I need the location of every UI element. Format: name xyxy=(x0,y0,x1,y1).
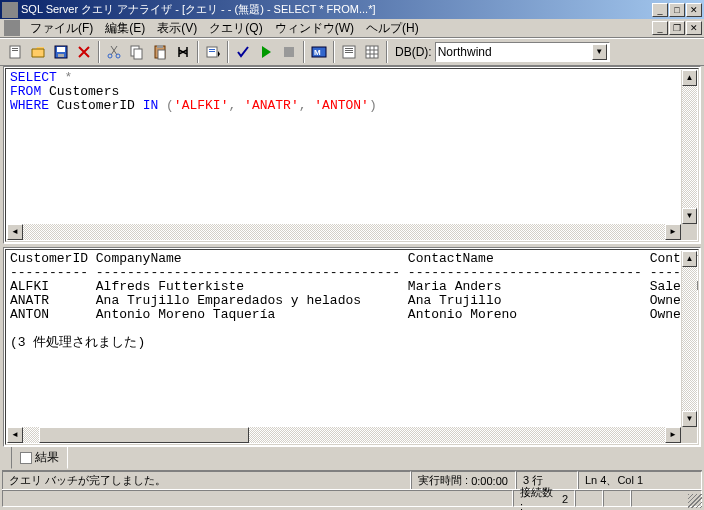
dropdown-icon[interactable]: ▼ xyxy=(592,44,607,60)
show-plan-button[interactable]: M xyxy=(308,41,330,63)
svg-rect-22 xyxy=(345,52,353,53)
minimize-button[interactable]: _ xyxy=(652,3,668,17)
mdi-minimize-button[interactable]: _ xyxy=(652,21,668,35)
paste-button[interactable] xyxy=(149,41,171,63)
query-editor[interactable]: SELECT * FROM Customers WHERE CustomerID… xyxy=(6,69,698,115)
status-cursor: Ln 4、Col 1 xyxy=(578,471,702,490)
menu-help[interactable]: ヘルプ(H) xyxy=(360,18,425,39)
find-button[interactable] xyxy=(172,41,194,63)
svg-rect-0 xyxy=(10,46,20,58)
titlebar: SQL Server クエリ アナライザ - [クエリ - - (無題) - S… xyxy=(0,0,704,19)
maximize-button[interactable]: □ xyxy=(669,3,685,17)
new-query-button[interactable] xyxy=(4,41,26,63)
stop-button[interactable] xyxy=(278,41,300,63)
svg-rect-21 xyxy=(345,50,353,51)
results-tabstrip: 結果 xyxy=(3,448,701,470)
results-tab-icon xyxy=(20,452,32,464)
results-text[interactable]: CustomerID CompanyName ContactName Conta… xyxy=(6,250,698,352)
close-button[interactable]: ✕ xyxy=(686,3,702,17)
save-button[interactable] xyxy=(50,41,72,63)
menu-view[interactable]: 表示(V) xyxy=(151,18,203,39)
svg-rect-23 xyxy=(366,46,378,58)
app-icon xyxy=(2,2,18,18)
svg-rect-9 xyxy=(134,49,142,59)
mdi-close-button[interactable]: ✕ xyxy=(686,21,702,35)
menu-edit[interactable]: 編集(E) xyxy=(99,18,151,39)
results-hscroll[interactable]: ◄► xyxy=(7,427,681,443)
results-vscroll[interactable]: ▲▼ xyxy=(681,251,697,427)
svg-rect-11 xyxy=(157,45,163,48)
svg-rect-14 xyxy=(209,49,215,50)
resize-grip[interactable] xyxy=(688,494,702,508)
delete-button[interactable] xyxy=(73,41,95,63)
cut-button[interactable] xyxy=(103,41,125,63)
menu-query[interactable]: クエリ(Q) xyxy=(203,18,268,39)
svg-rect-2 xyxy=(12,50,18,51)
copy-button[interactable] xyxy=(126,41,148,63)
parse-button[interactable] xyxy=(232,41,254,63)
db-label: DB(D): xyxy=(395,45,432,59)
query-editor-pane: SELECT * FROM Customers WHERE CustomerID… xyxy=(3,66,701,244)
results-pane: CustomerID CompanyName ContactName Conta… xyxy=(3,247,701,447)
menu-file[interactable]: ファイル(F) xyxy=(24,18,99,39)
statusbar-2: 接続数 : 2 xyxy=(2,489,702,508)
mdi-icon xyxy=(4,20,20,36)
mdi-restore-button[interactable]: ❐ xyxy=(669,21,685,35)
editor-hscroll[interactable]: ◄► xyxy=(7,224,681,240)
svg-rect-20 xyxy=(345,48,353,49)
status2-blank xyxy=(2,490,513,507)
execute-button[interactable] xyxy=(255,41,277,63)
results-grid-button[interactable] xyxy=(361,41,383,63)
status-exectime: 実行時間 : 0:00:00 xyxy=(411,471,516,490)
editor-vscroll[interactable]: ▲▼ xyxy=(681,70,697,224)
results-text-button[interactable] xyxy=(338,41,360,63)
tab-results[interactable]: 結果 xyxy=(11,447,68,469)
svg-text:M: M xyxy=(314,48,321,57)
status-connections: 接続数 : 2 xyxy=(513,490,575,507)
svg-rect-1 xyxy=(12,48,18,49)
mode-button[interactable] xyxy=(202,41,224,63)
menu-window[interactable]: ウィンドウ(W) xyxy=(269,18,360,39)
toolbar: M DB(D): Northwind ▼ xyxy=(0,38,704,66)
svg-rect-12 xyxy=(158,50,165,59)
svg-rect-16 xyxy=(284,47,294,57)
status-message: クエリ バッチが完了しました。 xyxy=(2,471,411,490)
svg-point-6 xyxy=(108,54,112,58)
svg-rect-15 xyxy=(209,51,215,52)
svg-rect-5 xyxy=(58,54,64,57)
open-button[interactable] xyxy=(27,41,49,63)
db-select[interactable]: Northwind ▼ xyxy=(435,42,610,62)
statusbar: クエリ バッチが完了しました。 実行時間 : 0:00:00 3 行 Ln 4、… xyxy=(2,470,702,489)
window-title: SQL Server クエリ アナライザ - [クエリ - - (無題) - S… xyxy=(21,2,652,17)
menubar: ファイル(F) 編集(E) 表示(V) クエリ(Q) ウィンドウ(W) ヘルプ(… xyxy=(0,19,704,38)
db-value: Northwind xyxy=(438,45,592,59)
svg-point-7 xyxy=(116,54,120,58)
svg-rect-4 xyxy=(57,47,65,52)
